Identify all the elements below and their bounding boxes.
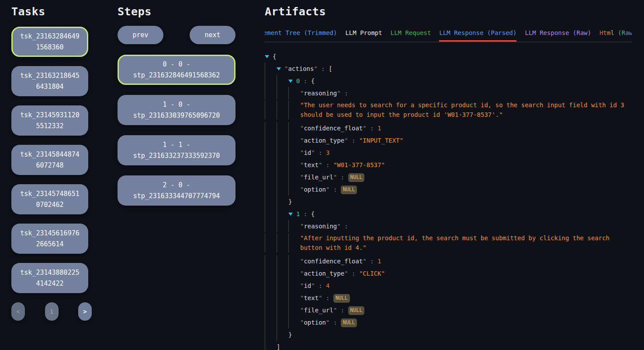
indent-guide [277,304,288,316]
json-tree-row: text : W01-377-8537 [265,159,632,171]
json-row-content: option : NULL [300,183,357,196]
steps-heading: Steps [118,5,235,18]
indent-guide [288,255,300,267]
json-number-segment: 4 [326,282,329,289]
indent-guide [277,75,288,87]
pagination-prev-button[interactable]: < [11,302,25,321]
json-tree-row: file_url : NULL [265,171,632,183]
steps-list: 0 - 0 - stp_2316328464915683621 - 0 - st… [118,55,235,206]
indent-guide [277,329,288,341]
task-button[interactable]: tsk_231459311205512332 [11,105,88,136]
pagination-next-button[interactable]: > [78,302,92,321]
indent-guide [288,87,300,99]
app-root: Tasks tsk_231632846491568360tsk_23163218… [0,0,644,350]
json-tree-row: After inputting the product id, the sear… [265,232,632,255]
indent-guide [265,159,277,171]
task-button[interactable]: tsk_231632846491568360 [11,27,88,57]
json-key-segment: file_url [300,307,337,314]
indent-guide [288,100,300,119]
json-colon-segment: : [300,77,311,84]
tab-element-tree-trimmed-[interactable]: Element Tree (Trimmed) [265,29,337,42]
collapse-toggle-icon[interactable] [288,208,296,220]
indent-guide [277,100,288,119]
json-null-segment: NULL [348,173,365,182]
json-key-segment: action_type [300,270,348,277]
json-string-segment: After inputting the product id, the sear… [300,234,609,251]
tab-llm-request[interactable]: LLM Request [391,29,431,42]
json-tree-row: 0 : { [265,75,632,87]
json-row-content: ] [277,341,280,350]
steps-prev-button[interactable]: prev [118,26,163,44]
tasks-pagination: < 1 > [11,302,92,321]
json-key-segment: confidence_float [300,258,367,265]
task-button[interactable]: tsk_231632186456431804 [11,66,88,96]
task-button[interactable]: tsk_231438802254142422 [11,263,88,293]
artifacts-tab-bar: Element Tree (Trimmed)LLM PromptLLM Requ… [265,29,632,42]
tasks-list: tsk_231632846491568360tsk_23163218645643… [11,27,88,293]
json-key-segment: id [300,282,315,289]
json-row-content: confidence_float : 1 [300,255,381,267]
task-button[interactable]: tsk_231456169762665614 [11,224,88,254]
json-string-segment: CLICK [359,270,385,277]
json-colon-segment: : [329,186,340,193]
step-button[interactable]: 1 - 0 - stp_231633039765096720 [118,95,235,125]
indent-guide [265,316,277,329]
task-button[interactable]: tsk_231457486510702462 [11,184,88,214]
indent-guide [288,183,300,196]
json-tree-row: { [265,50,632,63]
step-button[interactable]: 1 - 1 - stp_231633237333592370 [118,135,235,165]
json-tree-row: confidence_float : 1 [265,255,632,267]
steps-next-button[interactable]: next [190,26,235,44]
json-row-content: After inputting the product id, the sear… [300,233,632,252]
json-null-segment: NULL [341,318,357,327]
indent-guide [265,280,277,292]
indent-guide [288,316,300,329]
json-row-content: } [288,329,292,341]
json-row-content: file_url : NULL [300,304,364,316]
tab-llm-response-raw-[interactable]: LLM Response (Raw) [525,29,591,42]
json-brace-segment: { [311,210,315,217]
indent-guide [265,208,277,220]
indent-guide [265,292,277,304]
json-brace-segment: ] [277,343,280,350]
pagination-page-button[interactable]: 1 [45,302,59,321]
indent-guide [277,147,288,159]
collapse-toggle-icon[interactable] [265,50,273,63]
tab-llm-response-parsed-[interactable]: LLM Response (Parsed) [439,29,516,42]
json-brace-segment: { [311,77,315,84]
json-tree-row: id : 3 [265,147,632,159]
tasks-panel: Tasks tsk_231632846491568360tsk_23163218… [11,5,88,350]
step-button[interactable]: 0 - 0 - stp_231632846491568362 [118,55,235,85]
indent-guide [265,100,277,119]
indent-guide [277,316,288,329]
json-tree-row: reasoning : [265,87,632,99]
tab-html-raw-[interactable]: Html (Raw) [599,29,632,42]
json-colon-segment: : [341,90,348,97]
json-string-segment: The user needs to search for a specific … [300,102,624,118]
indent-guide [265,75,277,87]
collapse-toggle-icon[interactable] [277,63,284,75]
json-tree-row: file_url : NULL [265,304,632,316]
tab-llm-prompt[interactable]: LLM Prompt [345,29,382,42]
indent-guide [265,63,277,75]
json-string-segment: W01-377-8537 [333,161,385,168]
json-key-segment: file_url [300,174,337,181]
json-string-segment: INPUT_TEXT [359,137,403,144]
json-row-content: } [288,196,292,208]
json-row-content: text : W01-377-8537 [300,159,385,171]
step-button[interactable]: 2 - 0 - stp_231633344707774794 [118,175,235,206]
json-brace-segment: } [288,331,292,338]
indent-guide [277,280,288,292]
json-tree-row: actions : [ [265,63,632,75]
task-button[interactable]: tsk_231458448746072748 [11,145,88,175]
json-tree-viewer: {actions : [0 : {reasoning :The user nee… [265,50,632,350]
collapse-toggle-icon[interactable] [288,75,296,87]
json-key-segment: id [300,149,315,156]
indent-guide [277,267,288,280]
indent-guide [265,196,277,208]
json-colon-segment: : [300,210,311,217]
indent-guide [288,233,300,252]
indent-guide [288,304,300,316]
indent-guide [277,233,288,252]
indent-guide [265,183,277,196]
